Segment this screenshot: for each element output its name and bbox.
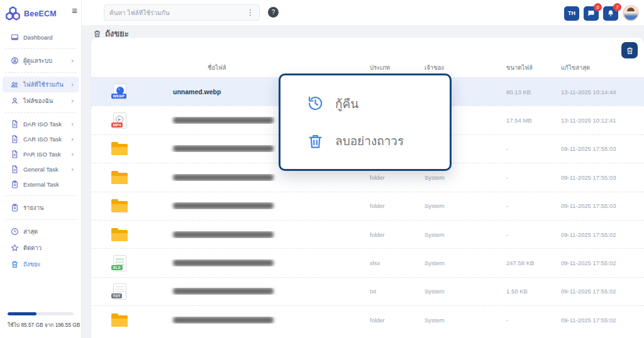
folder-icon	[111, 230, 128, 241]
file-type: txt	[370, 288, 425, 295]
file-size: 17.54 MB	[506, 117, 561, 124]
chevron-right-icon: ›	[71, 97, 75, 104]
table-row[interactable]: folderSystem-09-11-2025 17:55:03	[91, 192, 644, 220]
brand-name: BeeECM	[24, 9, 57, 18]
shared-icon	[11, 80, 19, 89]
chevron-right-icon: ›	[71, 151, 75, 158]
column-header[interactable]: ชื่อไฟล์	[148, 63, 370, 72]
beeecm-logo-icon	[5, 6, 21, 21]
dashboard-icon	[11, 33, 19, 41]
file-owner: System	[425, 288, 506, 295]
folder-icon	[111, 173, 128, 184]
column-header[interactable]: ขนาดไฟล์	[506, 63, 561, 72]
file-size: 80.13 KB	[506, 89, 561, 95]
redacted-file-name	[173, 317, 274, 324]
table-row[interactable]: folderSystem-09-11-2025 17:55:02	[91, 220, 644, 248]
trash-icon	[626, 46, 634, 55]
file-modified: 09-11-2025 17:55:03	[561, 202, 644, 209]
bell-icon	[607, 9, 614, 17]
context-menu: กู้คืน ลบอย่างถาวร	[279, 74, 452, 171]
sidebar-divider	[5, 219, 76, 220]
file-owner: System	[425, 231, 506, 238]
sidebar-divider	[5, 48, 76, 49]
trash-icon	[11, 260, 19, 268]
file-modified: 09-11-2025 17:55:03	[561, 145, 644, 152]
redacted-file-name	[173, 231, 274, 238]
delete-permanently-label: ลบอย่างถาวร	[335, 131, 404, 150]
delete-permanently-menu-item[interactable]: ลบอย่างถาวร	[307, 131, 450, 150]
sidebar-item-report[interactable]: External Task	[3, 177, 79, 192]
sidebar-item-label: ติดดาว	[23, 243, 42, 253]
user-avatar[interactable]	[623, 5, 639, 21]
webp-file-icon: WEBP	[113, 84, 126, 100]
logo[interactable]: BeeECM ≡	[0, 0, 81, 26]
restore-menu-item[interactable]: กู้คืน	[307, 94, 450, 113]
redacted-file-name	[173, 288, 274, 295]
restore-label: กู้คืน	[335, 94, 358, 113]
file-type: folder	[370, 174, 425, 181]
file-name: unnamed.webp	[173, 88, 221, 95]
sidebar-item-doc[interactable]: DAR ISO Task›	[3, 117, 79, 131]
table-row[interactable]: XLSxlsxSystem247.58 KB09-11-2025 17:55:0…	[91, 248, 644, 276]
help-icon[interactable]: ?	[268, 7, 279, 18]
sidebar-item-label: ล่าสุด	[23, 227, 38, 236]
hamburger-menu-icon[interactable]: ≡	[72, 6, 77, 15]
column-header[interactable]: ประเภท	[370, 63, 425, 72]
sidebar-item-person[interactable]: ไฟล์ของฉัน›	[3, 93, 79, 109]
table-row[interactable]: TXTtxtSystem1.50 KB09-11-2025 17:55:02	[91, 277, 644, 305]
card-toolbar	[91, 38, 644, 59]
chevron-right-icon: ›	[71, 136, 75, 143]
sidebar-item-admin[interactable]: ผู้ดูแลระบบ›	[3, 53, 79, 68]
redacted-file-name	[173, 259, 274, 266]
file-size: -	[506, 317, 561, 324]
sidebar-divider	[5, 195, 76, 196]
storage-indicator: ใช้ไป 85.57 GB จาก 196.55 GB	[8, 312, 74, 329]
sidebar-item-star[interactable]: ติดดาว	[3, 240, 79, 256]
doc-icon	[11, 120, 19, 128]
sidebar-item-doc[interactable]: PAR ISO Task›	[3, 147, 79, 161]
file-modified: 13-11-2025 10:12:41	[561, 117, 644, 124]
chevron-right-icon: ›	[71, 121, 75, 128]
sidebar-item-shared[interactable]: ไฟล์ที่ใช้ร่วมกัน›	[3, 77, 79, 92]
doc-icon	[11, 150, 19, 158]
sidebar-item-dashboard[interactable]: Dashboard	[3, 30, 79, 45]
file-size: 247.58 KB	[506, 259, 561, 266]
chevron-right-icon: ›	[71, 81, 75, 88]
top-header: ⋮ ? TH 0 7	[82, 0, 644, 25]
trash-title-icon	[93, 30, 101, 38]
chat-button[interactable]: 0	[584, 6, 599, 21]
clock-icon	[11, 227, 19, 236]
file-owner: System	[425, 174, 506, 181]
sidebar: BeeECM ≡ Dashboardผู้ดูแลระบบ›ไฟล์ที่ใช้…	[0, 0, 82, 338]
storage-progress-fill	[8, 312, 36, 315]
file-size: -	[506, 231, 561, 238]
file-size: 1.50 KB	[506, 288, 561, 295]
txt-file-icon: TXT	[113, 283, 126, 300]
sidebar-item-doc[interactable]: General Task›	[3, 162, 79, 177]
column-header[interactable]: แก้ไขล่าสุด	[561, 63, 644, 72]
file-owner: System	[425, 317, 506, 324]
sidebar-item-label: External Task	[23, 181, 59, 188]
search-box[interactable]: ⋮	[104, 4, 260, 21]
table-row[interactable]: folderSystem-09-11-2025 17:55:02	[91, 305, 644, 334]
delete-trash-icon	[307, 133, 324, 150]
column-header[interactable]: เจ้าของ	[425, 63, 506, 72]
sidebar-item-doc[interactable]: CAR ISO Task›	[3, 132, 79, 146]
main-content: ถังขยะ ชื่อไฟล์ประเภทเจ้าของขนาดไฟล์แก้ไ…	[82, 25, 644, 338]
sidebar-item-clock[interactable]: ล่าสุด	[3, 224, 79, 239]
search-input[interactable]	[104, 9, 242, 16]
file-modified: 09-11-2025 17:55:03	[561, 174, 644, 181]
chat-icon	[587, 9, 595, 17]
notifications-button[interactable]: 7	[603, 6, 618, 21]
file-owner: System	[425, 202, 506, 209]
doc-icon	[11, 165, 19, 173]
file-size: -	[506, 174, 561, 181]
empty-trash-button[interactable]	[621, 42, 638, 58]
sidebar-item-label: CAR ISO Task	[23, 136, 62, 143]
kebab-menu-icon[interactable]: ⋮	[242, 8, 259, 17]
sidebar-item-trash[interactable]: ถังขยะ	[3, 256, 79, 272]
file-type: xlsx	[370, 259, 425, 266]
language-button[interactable]: TH	[564, 6, 579, 21]
sidebar-item-report[interactable]: รายงาน	[3, 200, 79, 215]
chat-badge: 0	[594, 3, 602, 11]
